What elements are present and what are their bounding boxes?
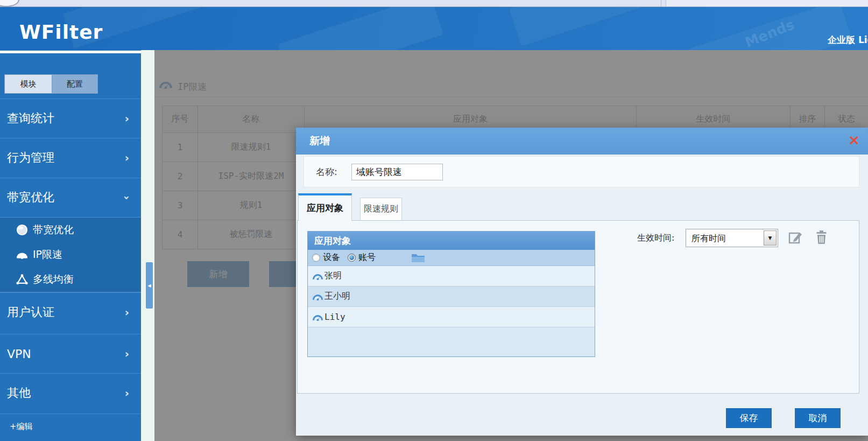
sidebar-item-vpn[interactable]: VPN › <box>0 334 141 373</box>
sidebar-submenu-bandwidth: 带宽优化 IP限速 多线均衡 <box>0 217 141 292</box>
gauge-icon <box>312 293 323 300</box>
account-list-item[interactable]: 张明 <box>308 266 595 286</box>
sidebar-item-bandwidth[interactable]: 带宽优化 › <box>0 178 141 217</box>
name-field-row: 名称: <box>304 156 859 187</box>
close-icon[interactable]: × <box>846 132 862 148</box>
sphere-icon <box>16 224 28 236</box>
sidebar-item-other[interactable]: 其他 › <box>0 373 141 412</box>
radio-account-label: 账号 <box>358 252 376 263</box>
sidebar-top-divider <box>0 51 144 53</box>
browser-tab-remnant <box>0 0 19 7</box>
sidebar-item-query-stats[interactable]: 查询统计 › <box>0 99 141 138</box>
dropdown-arrow-icon: ▼ <box>768 235 772 241</box>
cancel-button[interactable]: 取消 <box>795 408 841 428</box>
banner-texture <box>509 7 654 47</box>
radio-account[interactable] <box>348 254 356 262</box>
sidebar-subitem-ip-limit[interactable]: IP限速 <box>0 242 141 267</box>
browser-chrome-strip <box>0 0 868 7</box>
add-rule-dialog: 新增 × 名称: 应用对象 限速规则 应用对象 设备 账号 张明 王小明 <box>296 128 868 436</box>
edit-time-icon[interactable] <box>788 230 803 244</box>
sidebar-gutter <box>141 50 154 441</box>
chevron-right-icon: › <box>125 387 129 400</box>
gauge-icon <box>312 272 323 280</box>
delete-time-icon[interactable] <box>814 230 829 244</box>
sidebar-collapse-handle[interactable]: ◀ <box>146 262 153 309</box>
selected-time-value: 所有时间 <box>691 233 726 244</box>
gauge-icon <box>312 313 323 321</box>
sidebar-tabbar: 模块 配置 <box>4 74 98 94</box>
gauge-icon <box>16 251 28 259</box>
tab-content-panel: 应用对象 设备 账号 张明 王小明 Lily 生效时间: <box>297 220 859 394</box>
effective-time-select[interactable]: 所有时间 ▼ <box>686 229 778 247</box>
dialog-title: 新增 <box>309 134 330 148</box>
sidebar-item-user-auth[interactable]: 用户认证 › <box>0 292 141 332</box>
rule-name-input[interactable] <box>351 164 443 180</box>
dropdown-arrow-button[interactable]: ▼ <box>764 230 777 246</box>
sidebar-subitem-bandwidth-opt[interactable]: 带宽优化 <box>0 218 141 242</box>
chevron-down-icon: › <box>121 195 133 200</box>
radio-device[interactable] <box>312 254 320 262</box>
license-label: 企业版 Lic <box>828 34 868 46</box>
sidebar: 模块 配置 查询统计 › 行为管理 › 带宽优化 › 带宽优化 IP限速 多线均… <box>0 50 141 441</box>
chevron-right-icon: › <box>125 112 129 125</box>
chevron-right-icon: › <box>125 306 129 319</box>
app-banner: Mends WFilter 企业版 Lic <box>0 7 868 50</box>
target-type-row: 设备 账号 <box>308 250 595 266</box>
account-list-item[interactable]: Lily <box>308 307 595 327</box>
sidebar-tab-config[interactable]: 配置 <box>52 74 98 94</box>
app-logo: WFilter <box>19 21 103 43</box>
sidebar-item-behavior[interactable]: 行为管理 › <box>0 138 141 177</box>
triangle-balance-icon <box>16 274 28 285</box>
effective-time-label: 生效时间: <box>637 233 674 244</box>
browser-segment <box>666 0 868 6</box>
radio-device-label: 设备 <box>323 252 340 263</box>
sidebar-divider <box>0 414 141 414</box>
browser-divider <box>661 0 661 7</box>
chevron-right-icon: › <box>125 151 129 164</box>
banner-texture <box>277 7 444 50</box>
sidebar-subitem-multiline[interactable]: 多线均衡 <box>0 267 141 292</box>
save-button[interactable]: 保存 <box>726 408 772 428</box>
apply-target-panel: 应用对象 设备 账号 张明 王小明 Lily <box>307 231 595 357</box>
name-label: 名称: <box>316 166 337 178</box>
list-empty-area <box>308 327 595 356</box>
folder-icon[interactable] <box>411 253 425 263</box>
sidebar-tab-modules[interactable]: 模块 <box>4 74 52 94</box>
apply-target-panel-header: 应用对象 <box>308 232 595 250</box>
chevron-right-icon: › <box>125 347 129 360</box>
tab-limit-rule[interactable]: 限速规则 <box>360 198 402 221</box>
tab-apply-target[interactable]: 应用对象 <box>298 193 352 221</box>
sidebar-edit-link[interactable]: +编辑 <box>10 422 33 432</box>
collapse-left-icon: ◀ <box>147 283 151 288</box>
account-list-item[interactable]: 王小明 <box>308 286 595 307</box>
dialog-header: 新增 × <box>296 128 868 155</box>
